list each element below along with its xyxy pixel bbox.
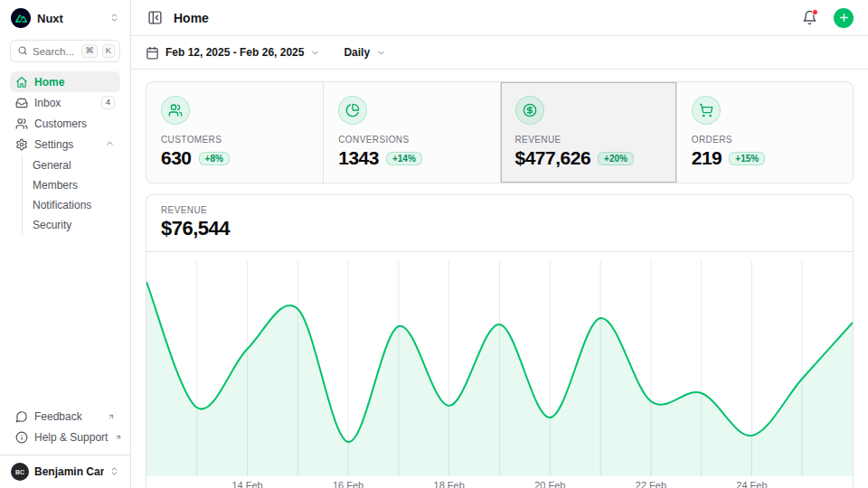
notifications-button[interactable] — [800, 8, 819, 27]
sidebar-item-settings[interactable]: Settings — [10, 134, 120, 155]
sidebar-item-notifications[interactable]: Notifications — [31, 195, 120, 215]
stat-label: ORDERS — [692, 135, 838, 145]
filters-toolbar: Feb 12, 2025 - Feb 26, 2025 Daily — [131, 36, 868, 70]
users-icon — [15, 117, 28, 130]
main-area: Home Feb 12, 2025 - Feb 26, 2025 Daily — [131, 0, 868, 488]
sidebar-item-security[interactable]: Security — [31, 215, 120, 235]
info-icon — [15, 431, 28, 444]
user-name: Benjamin Canac — [34, 465, 104, 478]
users-icon — [168, 103, 183, 117]
stat-delta-badge: +14% — [386, 152, 422, 165]
inbox-count-badge: 4 — [101, 96, 115, 108]
sidebar-item-label: Inbox — [34, 97, 95, 109]
search-input[interactable]: ⌘ K — [10, 40, 120, 62]
date-range-picker[interactable]: Feb 12, 2025 - Feb 26, 2025 — [146, 46, 320, 60]
plus-icon — [838, 12, 850, 23]
nuxt-logo-icon — [11, 8, 31, 28]
granularity-select[interactable]: Daily — [344, 46, 386, 59]
kbd-cmd: ⌘ — [81, 44, 98, 57]
granularity-value: Daily — [344, 46, 370, 59]
svg-text:20 Feb: 20 Feb — [534, 480, 565, 488]
search-icon — [17, 43, 28, 60]
sidebar-footer: Feedback Help & Support — [0, 404, 130, 455]
revenue-area-chart[interactable]: 14 Feb16 Feb18 Feb20 Feb22 Feb24 Feb — [146, 252, 853, 488]
workspace-switcher[interactable]: Nuxt — [0, 0, 130, 34]
svg-text:18 Feb: 18 Feb — [434, 480, 465, 488]
stat-value: 1343 — [338, 147, 379, 169]
chart-header: REVENUE $76,544 — [146, 195, 853, 252]
stat-card-orders[interactable]: ORDERS 219 +15% — [676, 82, 853, 183]
chart-label: REVENUE — [161, 205, 838, 215]
chevron-up-icon — [105, 138, 115, 151]
chevron-down-icon — [310, 48, 320, 58]
home-icon — [15, 76, 28, 89]
inbox-icon — [15, 97, 28, 109]
sidebar-item-label: Settings — [34, 138, 99, 151]
sidebar-nav: Home Inbox 4 Customers Settings General — [0, 71, 130, 404]
sidebar-item-help-support[interactable]: Help & Support — [10, 427, 120, 447]
chevrons-up-down-icon — [109, 464, 119, 480]
search-field[interactable] — [33, 46, 77, 57]
user-menu[interactable]: BC Benjamin Canac — [0, 455, 130, 488]
stat-value: 630 — [161, 147, 192, 169]
sidebar-item-feedback[interactable]: Feedback — [10, 406, 120, 427]
svg-text:24 Feb: 24 Feb — [736, 480, 767, 488]
external-link-icon — [108, 413, 115, 420]
stat-label: CONVERSIONS — [338, 135, 485, 145]
pie-chart-icon — [345, 103, 360, 117]
calendar-icon — [146, 46, 159, 60]
chevrons-up-down-icon — [109, 10, 119, 26]
panel-left-close-icon — [147, 10, 163, 25]
date-range-value: Feb 12, 2025 - Feb 26, 2025 — [165, 46, 304, 59]
sidebar-item-label: Home — [34, 76, 115, 89]
avatar: BC — [11, 463, 29, 481]
stat-card-revenue[interactable]: REVENUE $477,626 +20% — [500, 82, 676, 183]
sidebar-item-label: Customers — [34, 117, 115, 130]
stat-delta-badge: +20% — [598, 152, 634, 165]
sidebar-item-home[interactable]: Home — [10, 71, 120, 92]
workspace-name: Nuxt — [37, 12, 103, 25]
notification-dot — [812, 9, 818, 15]
svg-text:14 Feb: 14 Feb — [231, 480, 262, 488]
stat-delta-badge: +15% — [729, 152, 765, 165]
dollar-circle-icon — [523, 103, 537, 117]
revenue-chart-card: REVENUE $76,544 14 Feb16 Feb18 Feb20 Feb… — [146, 194, 854, 488]
external-link-icon — [115, 434, 122, 441]
chart-value: $76,544 — [161, 217, 838, 240]
chat-bubble-icon — [15, 410, 28, 423]
stat-card-conversions[interactable]: CONVERSIONS 1343 +14% — [323, 82, 499, 183]
stat-card-customers[interactable]: CUSTOMERS 630 +8% — [146, 82, 323, 183]
chevron-down-icon — [376, 48, 386, 58]
stat-value: $477,626 — [515, 147, 591, 169]
add-button[interactable] — [834, 8, 854, 28]
content: CUSTOMERS 630 +8% CONVERSIONS 1343 +14% — [131, 70, 868, 488]
settings-subnav: General Members Notifications Security — [22, 155, 120, 235]
sidebar: Nuxt ⌘ K Home Inbox 4 — [0, 0, 131, 488]
sidebar-item-inbox[interactable]: Inbox 4 — [10, 92, 120, 113]
gear-icon — [15, 138, 28, 151]
stat-delta-badge: +8% — [199, 152, 230, 165]
stat-label: REVENUE — [515, 135, 662, 145]
app-root: Nuxt ⌘ K Home Inbox 4 — [0, 0, 868, 488]
stats-row: CUSTOMERS 630 +8% CONVERSIONS 1343 +14% — [146, 81, 854, 183]
kbd-k: K — [102, 44, 115, 57]
sidebar-item-general[interactable]: General — [31, 155, 120, 175]
sidebar-item-members[interactable]: Members — [31, 175, 120, 195]
svg-text:16 Feb: 16 Feb — [333, 480, 363, 488]
page-header: Home — [131, 0, 868, 36]
cart-icon — [699, 103, 713, 117]
sidebar-item-customers[interactable]: Customers — [10, 113, 120, 134]
collapse-sidebar-button[interactable] — [146, 8, 165, 27]
svg-text:22 Feb: 22 Feb — [636, 480, 666, 488]
stat-value: 219 — [692, 147, 722, 169]
page-title: Home — [174, 11, 791, 25]
stat-label: CUSTOMERS — [161, 135, 308, 145]
